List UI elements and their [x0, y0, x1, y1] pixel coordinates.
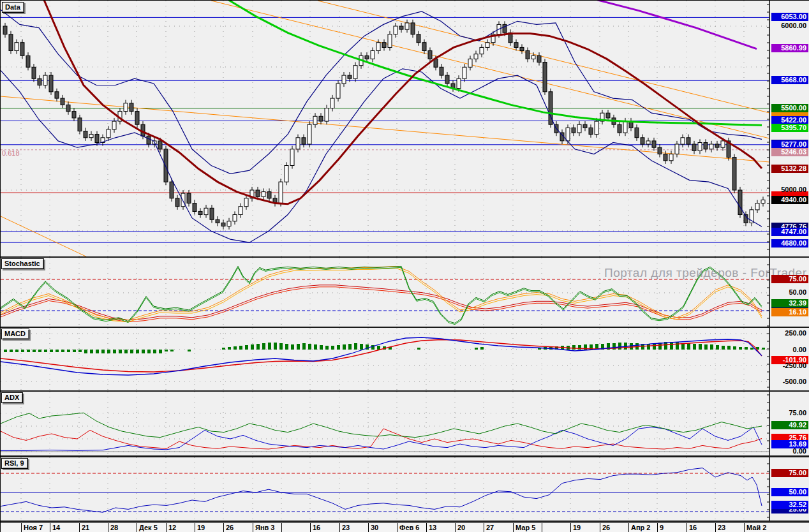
date-label: 23	[718, 524, 725, 531]
rsi-panel[interactable]	[1, 457, 769, 521]
date-tick	[166, 523, 167, 532]
date-tick	[657, 523, 658, 532]
date-tick	[628, 523, 629, 532]
date-tick	[484, 523, 484, 532]
price-label: 75.00	[771, 469, 808, 477]
date-tick	[310, 523, 311, 532]
price-label: 50.00	[771, 488, 808, 496]
date-label: 27	[486, 524, 494, 531]
date-tick	[108, 523, 108, 532]
date-label: 19	[197, 524, 205, 531]
panel-separator	[1, 390, 809, 392]
date-tick	[79, 523, 80, 532]
date-label: 28	[110, 524, 118, 531]
price-label: 49.92	[771, 421, 808, 429]
price-label: 5246.03	[771, 148, 808, 156]
price-label: 250.00	[771, 329, 808, 337]
date-label: 26	[602, 524, 610, 531]
main-panel[interactable]	[1, 1, 769, 258]
date-label: Ноя 7	[24, 524, 43, 531]
price-label: -500.00	[771, 378, 808, 386]
date-tick	[281, 523, 282, 532]
price-label: 4940.00	[771, 196, 808, 204]
price-label: 4680.00	[771, 239, 808, 248]
date-label: Дек 5	[139, 524, 158, 531]
date-label: 19	[573, 524, 581, 531]
date-tick	[223, 523, 224, 532]
candle-bodies	[3, 23, 765, 226]
date-label: Янв 3	[255, 524, 275, 531]
price-label: 75.00	[771, 275, 808, 283]
date-label: 23	[342, 524, 350, 531]
price-label: 5395.70	[771, 124, 808, 132]
fibonacci-level-label: 0.618	[2, 149, 20, 157]
date-tick	[570, 523, 571, 532]
date-tick	[542, 523, 542, 532]
date-label: 21	[82, 524, 89, 531]
date-tick	[744, 523, 745, 532]
panel-title-stochastic[interactable]: Stochastic	[1, 258, 44, 269]
panel-separator	[1, 256, 809, 258]
date-tick	[687, 523, 687, 532]
price-label: 16.10	[771, 308, 808, 316]
date-tick	[368, 523, 369, 532]
date-tick	[21, 523, 22, 532]
date-label: 16	[313, 524, 320, 531]
panel-title-data[interactable]: Data	[2, 2, 24, 13]
date-tick	[426, 523, 427, 532]
date-label: 12	[168, 524, 176, 531]
date-tick	[195, 523, 195, 532]
date-tick	[137, 523, 137, 532]
date-tick	[600, 523, 600, 532]
date-label: 14	[52, 524, 60, 531]
panel-separator	[1, 327, 809, 328]
date-tick	[339, 523, 340, 532]
price-label: 32.52	[771, 501, 808, 509]
date-label: 9	[660, 524, 664, 531]
date-label: Май 2	[746, 524, 766, 531]
date-tick	[513, 523, 514, 532]
price-label: 5132.28	[771, 165, 808, 173]
price-label: 50.00	[771, 288, 808, 297]
price-label: 75.00	[771, 409, 808, 417]
date-label: Апр 2	[631, 524, 650, 531]
date-tick	[253, 523, 253, 532]
date-label: Мар 5	[516, 524, 535, 531]
date-tick	[397, 523, 397, 532]
macd-panel[interactable]	[1, 328, 769, 391]
price-label: 6000.00	[771, 22, 808, 30]
price-label: 6053.00	[771, 13, 808, 21]
price-label: 0.00	[771, 447, 808, 455]
date-tick	[715, 523, 716, 532]
price-label: 5860.99	[771, 44, 808, 52]
date-label: 16	[689, 524, 697, 531]
adx-panel[interactable]	[1, 392, 769, 455]
price-label: -250.00	[771, 362, 808, 370]
candle-wicks	[5, 20, 763, 230]
panel-separator	[1, 521, 809, 522]
panel-title-adx[interactable]: ADX	[1, 392, 23, 403]
price-label: 5500.00	[771, 104, 808, 112]
date-label: 20	[457, 524, 465, 531]
date-tick	[50, 523, 50, 532]
price-label: 5000.00	[771, 186, 808, 194]
chart-window: Data Stochastic MACD ADX RSI, 9 Портал д…	[0, 0, 809, 532]
price-label: 32.39	[771, 299, 808, 307]
date-label: 26	[226, 524, 234, 531]
price-label: 0.00	[771, 346, 808, 354]
price-label: 4747.00	[771, 228, 808, 236]
price-label: 5668.00	[771, 76, 808, 84]
date-label: Фев 6	[399, 524, 419, 531]
date-tick	[455, 523, 456, 532]
date-label: 13	[429, 524, 436, 531]
panel-title-rsi[interactable]: RSI, 9	[1, 458, 28, 469]
panel-title-macd[interactable]: MACD	[1, 329, 29, 339]
date-label: 30	[371, 524, 378, 531]
panel-separator	[1, 455, 809, 457]
